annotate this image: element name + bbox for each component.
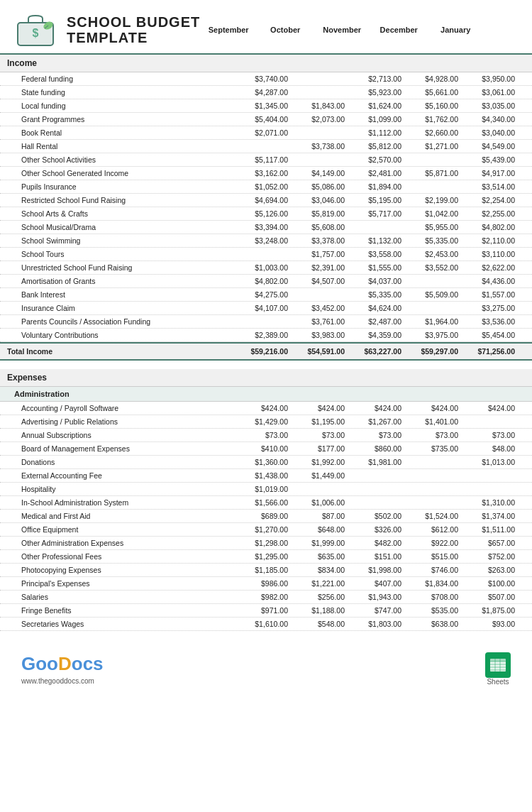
row-value [404,483,461,495]
row-value: $1,185.00 [234,564,291,576]
row-value: $1,999.00 [291,537,348,549]
row-value: $1,132.00 [348,234,404,247]
row-value [404,456,461,468]
row-value: $3,035.00 [461,99,518,112]
row-value: $4,917.00 [461,167,518,180]
row-label: Annual Subscriptions [0,429,234,441]
row-value: $1,052.00 [234,180,291,193]
row-value: $5,439.00 [461,153,518,166]
row-value: $73.00 [461,429,518,441]
expense-row: Salaries$982.00$256.00$1,943.00$708.00$5… [0,591,532,604]
income-row: Other School Activities$5,117.00$2,570.0… [0,153,532,167]
row-value: $922.00 [404,537,461,549]
row-value: $708.00 [404,591,461,603]
row-value: $5,955.00 [404,221,461,234]
row-value: $5,195.00 [348,194,404,207]
total-income-nov: $63,227.00 [348,344,404,359]
income-row: Insurance Claim$4,107.00$3,452.00$4,624.… [0,302,532,315]
admin-section-header: Administration [0,387,532,402]
row-value: $1,345.00 [234,99,291,112]
expense-row: Office Equipment$1,270.00$648.00$326.00$… [0,523,532,537]
row-value [404,469,461,482]
income-row: Voluntary Contributions$2,389.00$3,983.0… [0,329,532,342]
expense-row: In-School Administration System$1,566.00… [0,496,532,510]
row-value: $5,812.00 [348,140,404,153]
row-value [234,248,291,260]
row-value: $1,762.00 [404,113,461,126]
row-value: $971.00 [234,604,291,617]
income-row: Unrestricted School Fund Raising$1,003.0… [0,261,532,275]
row-label: Principal's Expenses [0,577,234,590]
row-value: $535.00 [404,604,461,617]
row-value: $177.00 [291,442,348,455]
row-value: $424.00 [291,402,348,415]
row-value: $1,271.00 [404,140,461,153]
row-value [291,153,348,166]
row-value: $2,487.00 [348,315,404,328]
row-value: $5,871.00 [404,167,461,180]
row-label: Hospitality [0,483,234,495]
row-label: Medical and First Aid [0,510,234,522]
row-value [404,302,461,314]
income-row: School Musical/Drama$3,394.00$5,608.00$5… [0,221,532,234]
row-label: School Arts & Crafts [0,207,234,220]
row-label: Book Rental [0,126,234,139]
row-value [404,180,461,193]
expense-row: Secretaries Wages$1,610.00$548.00$1,803.… [0,618,532,631]
row-value: $5,404.00 [234,113,291,126]
row-value [461,415,518,428]
row-value: $515.00 [404,550,461,563]
row-value: $1,964.00 [404,315,461,328]
row-value: $752.00 [461,550,518,563]
row-value: $2,481.00 [348,167,404,180]
sheets-svg-icon [485,652,511,678]
row-value: $860.00 [348,442,404,455]
row-value: $3,975.00 [404,329,461,341]
row-label: Other Professional Fees [0,550,234,563]
row-value: $4,928.00 [404,72,461,85]
income-row: Amortisation of Grants$4,802.00$4,507.00… [0,275,532,288]
row-value: $73.00 [234,429,291,441]
row-value: $4,802.00 [234,275,291,287]
col-oct: October [257,23,314,37]
row-value: $4,507.00 [291,275,348,287]
income-row: School Swimming$3,248.00$3,378.00$1,132.… [0,234,532,248]
row-value: $4,340.00 [461,113,518,126]
row-value: $986.00 [234,577,291,590]
row-value [404,153,461,166]
row-value: $3,046.00 [291,194,348,207]
row-value: $5,086.00 [291,180,348,193]
row-value: $1,401.00 [404,415,461,428]
row-value: $1,310.00 [461,496,518,509]
row-value: $5,608.00 [291,221,348,234]
row-value: $1,803.00 [348,618,404,630]
row-value: $648.00 [291,523,348,536]
row-value: $5,454.00 [461,329,518,341]
row-value [404,275,461,287]
row-value: $1,449.00 [291,469,348,482]
row-label: Hall Rental [0,140,234,153]
row-label: Fringe Benefits [0,604,234,617]
row-value: $1,566.00 [234,496,291,509]
expense-row: Principal's Expenses$986.00$1,221.00$407… [0,577,532,591]
row-value: $1,019.00 [234,483,291,495]
row-value: $834.00 [291,564,348,576]
row-value: $482.00 [348,537,404,549]
row-value: $735.00 [404,442,461,455]
row-value: $5,335.00 [404,234,461,247]
svg-text:$: $ [33,27,39,39]
col-sep: September [200,23,257,37]
income-row: Restricted School Fund Raising$4,694.00$… [0,194,532,207]
row-value: $1,221.00 [291,577,348,590]
expense-row: Hospitality$1,019.00 [0,483,532,496]
row-value: $1,374.00 [461,510,518,522]
row-value: $1,006.00 [291,496,348,509]
row-value: $1,298.00 [234,537,291,549]
row-value: $1,003.00 [234,261,291,274]
row-value: $263.00 [461,564,518,576]
row-value: $502.00 [348,510,404,522]
row-value: $982.00 [234,591,291,603]
row-value: $4,275.00 [234,288,291,301]
row-value: $424.00 [348,402,404,415]
row-value: $1,557.00 [461,288,518,301]
